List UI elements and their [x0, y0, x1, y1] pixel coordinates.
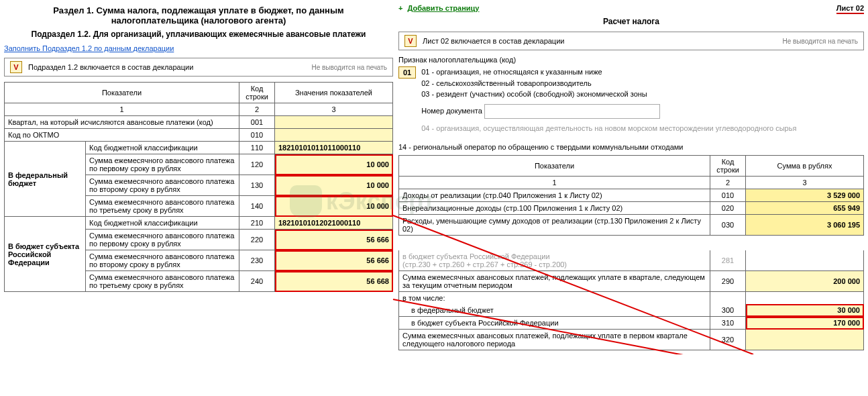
- left-table: Показатели Код строки Значения показател…: [4, 82, 393, 292]
- row-text: Внереализационные доходы (стр.100 Прилож…: [399, 202, 710, 215]
- cell-code: 001: [239, 116, 275, 129]
- include-label: Подраздел 1.2 включается в состав деклар…: [28, 63, 193, 71]
- cell-code: 320: [710, 330, 746, 350]
- cell-empty: [710, 292, 746, 305]
- input-sub-s2[interactable]: 56 666: [275, 250, 393, 271]
- option-04-disabled: 04 - организация, осуществляющая деятель…: [421, 123, 796, 134]
- input-020[interactable]: 655 949: [746, 202, 864, 215]
- fed-budget-label: В федеральный бюджет: [5, 142, 86, 217]
- row-text: Сумма ежемесячного авансового платежа по…: [86, 196, 239, 217]
- col-value: Значения показателей: [275, 83, 393, 103]
- cell-code: 120: [239, 154, 275, 175]
- cell-code: 290: [710, 271, 746, 292]
- sheet-02: + Добавить страницу Лист 02 Расчет налог…: [398, 4, 864, 350]
- checkbox-icon[interactable]: V: [404, 35, 417, 47]
- row-text: Код бюджетной классификации: [86, 217, 239, 230]
- row-281-grey: в бюджет субъекта Российской Федерации (…: [399, 250, 710, 271]
- sub-budget-label: В бюджет субъекта Российской Федерации: [5, 217, 86, 292]
- row-quarter: Квартал, на который исчисляются авансовы…: [5, 116, 239, 129]
- input-300[interactable]: 30 000: [746, 304, 864, 317]
- input-fed-s1[interactable]: 10 000: [275, 154, 393, 175]
- row-text: Расходы, уменьшающие сумму доходов от ре…: [399, 215, 710, 236]
- row-oktmo: Код по ОКТМО: [5, 129, 239, 142]
- col-sum: Сумма в рублях: [746, 156, 864, 177]
- include-label: Лист 02 включается в состав декларации: [423, 37, 564, 45]
- row-text: Сумма ежемесячного авансового платежа по…: [86, 175, 239, 196]
- row-text: Сумма ежемесячного авансового платежа по…: [86, 154, 239, 175]
- hdr-1: 1: [399, 177, 710, 189]
- hdr-1: 1: [5, 103, 239, 116]
- add-page-link[interactable]: Добавить страницу: [408, 4, 480, 12]
- taxpayer-sign-label: Признак налогоплательщика (код): [398, 56, 864, 64]
- sheet-label: Лист 02: [836, 4, 864, 14]
- row-text: Сумма ежемесячных авансовых платежей, по…: [399, 330, 710, 350]
- row-text: Код бюджетной классификации: [86, 142, 239, 154]
- row-including: в том числе:: [399, 292, 710, 305]
- row-text: Сумма ежемесячного авансового платежа по…: [86, 250, 239, 271]
- cell-empty: [746, 250, 864, 271]
- cell-code: 140: [239, 196, 275, 217]
- right-table-2: в бюджет субъекта Российской Федерации (…: [398, 250, 864, 350]
- row-text: в федеральный бюджет: [399, 304, 710, 317]
- noprint-label: Не выводится на печать: [311, 64, 387, 71]
- input-fed-kbk[interactable]: 18210101011011000110: [275, 142, 393, 154]
- col-indicators: Показатели: [399, 156, 710, 177]
- option-03: 03 - резидент (участник) особой (свободн…: [421, 89, 796, 100]
- input-sub-s3[interactable]: 56 668: [275, 271, 393, 292]
- input-320[interactable]: [746, 330, 864, 350]
- input-fed-s3[interactable]: 10 000: [275, 196, 393, 217]
- input-030[interactable]: 3 060 195: [746, 215, 864, 236]
- row-text: Доходы от реализации (стр.040 Приложения…: [399, 189, 710, 202]
- cell-code: 230: [239, 250, 275, 271]
- input-quarter[interactable]: [275, 116, 393, 129]
- row-text: в бюджет субъекта Российской Федерации: [399, 317, 710, 330]
- section-1: Раздел 1. Сумма налога, подлежащая уплат…: [4, 4, 393, 350]
- col-code: Код строки: [239, 83, 275, 103]
- cell-code: 030: [710, 215, 746, 236]
- cell-code: 300: [710, 304, 746, 317]
- cell-code: 020: [710, 202, 746, 215]
- calc-title: Расчет налога: [398, 17, 864, 26]
- col-indicators: Показатели: [5, 83, 239, 103]
- input-sub-s1[interactable]: 56 666: [275, 230, 393, 250]
- cell-code: 010: [710, 189, 746, 202]
- hdr-2: 2: [710, 177, 746, 189]
- row-text: Сумма ежемесячного авансового платежа по…: [86, 271, 239, 292]
- cell-code: 281: [710, 250, 746, 271]
- docnum-label: Номер документа: [421, 106, 482, 114]
- input-290[interactable]: 200 000: [746, 271, 864, 292]
- section-title: Раздел 1. Сумма налога, подлежащая уплат…: [4, 5, 393, 26]
- noprint-label: Не выводится на печать: [782, 38, 858, 45]
- row-text: Сумма ежемесячных авансовых платежей, по…: [399, 271, 710, 292]
- cell-code: 240: [239, 271, 275, 292]
- docnum-input[interactable]: [484, 104, 660, 119]
- cell-code: 110: [239, 142, 275, 154]
- taxpayer-code-input[interactable]: 01: [398, 66, 416, 79]
- cell-code: 130: [239, 175, 275, 196]
- cell-code: 210: [239, 217, 275, 230]
- include-checkbox-row: V Подраздел 1.2 включается в состав декл…: [4, 58, 393, 77]
- option-14: 14 - региональный оператор по обращению …: [398, 143, 864, 151]
- fill-subsection-link[interactable]: Заполнить Подраздел 1.2 по данным деклар…: [4, 44, 174, 52]
- input-oktmo[interactable]: [275, 129, 393, 142]
- option-02: 02 - сельскохозяйственный товаропроизвод…: [421, 78, 796, 89]
- hdr-2: 2: [239, 103, 275, 116]
- option-01: 01 - организация, не относящаяся к указа…: [421, 66, 796, 78]
- input-010[interactable]: 3 529 000: [746, 189, 864, 202]
- cell-code: 010: [239, 129, 275, 142]
- input-fed-s2[interactable]: 10 000: [275, 175, 393, 196]
- right-table: Показатели Код строки Сумма в рублях 1 2…: [398, 155, 864, 236]
- input-sub-kbk[interactable]: 18210101012021000110: [275, 217, 393, 230]
- hdr-3: 3: [275, 103, 393, 116]
- cell-code: 220: [239, 230, 275, 250]
- include-sheet-row: V Лист 02 включается в состав декларации…: [398, 32, 864, 50]
- subsection-title: Подраздел 1.2. Для организаций, уплачива…: [4, 30, 393, 39]
- col-code: Код строки: [710, 156, 746, 177]
- row-text: Сумма ежемесячного авансового платежа по…: [86, 230, 239, 250]
- cell-empty: [746, 292, 864, 305]
- input-310[interactable]: 170 000: [746, 317, 864, 330]
- checkbox-icon[interactable]: V: [10, 61, 22, 73]
- plus-icon: +: [398, 4, 402, 12]
- hdr-3: 3: [746, 177, 864, 189]
- cell-code: 310: [710, 317, 746, 330]
